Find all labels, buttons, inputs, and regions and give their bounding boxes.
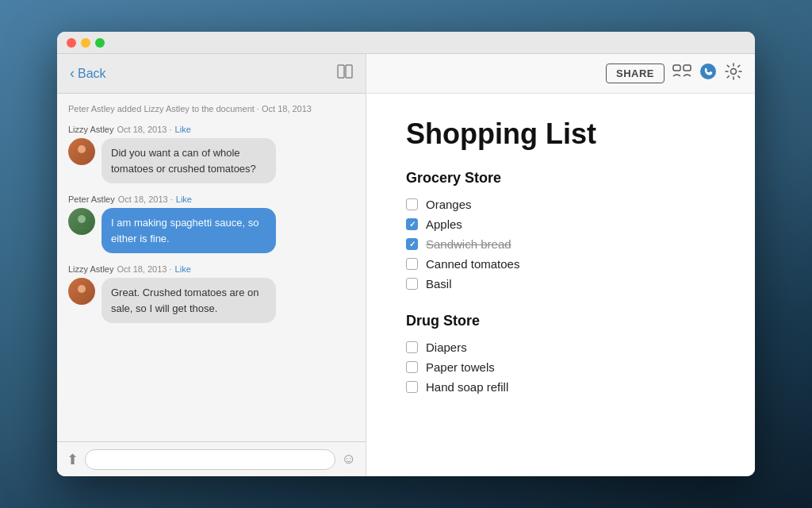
avatar bbox=[68, 138, 95, 165]
message-date: Oct 18, 2013 · bbox=[117, 125, 171, 134]
document-area: SHARE bbox=[366, 54, 755, 476]
message-bubble: Great. Crushed tomatoes are on sale, so … bbox=[102, 278, 276, 323]
item-text: Sandwich bread bbox=[426, 237, 511, 251]
item-text: Hand soap refill bbox=[426, 380, 508, 394]
emoji-icon[interactable]: ☺ bbox=[342, 451, 356, 468]
checkbox-hand-soap[interactable] bbox=[406, 381, 418, 393]
item-text: Paper towels bbox=[426, 360, 495, 374]
message-meta: Peter Astley Oct 18, 2013 · Like bbox=[68, 194, 354, 204]
section-title-drugstore: Drug Store bbox=[406, 313, 715, 329]
people-icon[interactable] bbox=[672, 64, 691, 83]
svg-rect-5 bbox=[673, 65, 680, 71]
system-message: Peter Astley added Lizzy Astley to the d… bbox=[68, 103, 354, 115]
message-date: Oct 18, 2013 · bbox=[117, 264, 171, 274]
avatar bbox=[68, 208, 95, 235]
svg-point-3 bbox=[78, 215, 86, 223]
message-group: Peter Astley Oct 18, 2013 · Like I am ma… bbox=[68, 194, 354, 253]
list-item: Canned tomatoes bbox=[406, 257, 715, 271]
sender-name: Lizzy Astley bbox=[68, 264, 113, 274]
item-text: Basil bbox=[426, 277, 452, 291]
message-row: Did you want a can of whole tomatoes or … bbox=[68, 138, 354, 183]
document-content: Shopping List Grocery Store Oranges Appl… bbox=[366, 94, 755, 476]
list-item: Sandwich bread bbox=[406, 237, 715, 251]
message-meta: Lizzy Astley Oct 18, 2013 · Like bbox=[68, 264, 354, 274]
list-item: Paper towels bbox=[406, 360, 715, 374]
compose-area: ⬆ ☺ bbox=[57, 441, 366, 476]
checkbox-canned-tomatoes[interactable] bbox=[406, 258, 418, 270]
message-bubble: I am making spaghetti sauce, so either i… bbox=[102, 208, 276, 253]
svg-point-8 bbox=[731, 69, 737, 75]
checkbox-oranges[interactable] bbox=[406, 198, 418, 210]
sidebar-layout-icon[interactable] bbox=[337, 64, 353, 83]
message-group: Lizzy Astley Oct 18, 2013 · Like Did you… bbox=[68, 125, 354, 183]
share-button[interactable]: SHARE bbox=[606, 64, 665, 83]
list-item: Apples bbox=[406, 217, 715, 231]
back-chevron-icon: ‹ bbox=[70, 65, 75, 82]
checkbox-paper-towels[interactable] bbox=[406, 361, 418, 373]
like-button[interactable]: Like bbox=[175, 264, 191, 274]
list-item: Hand soap refill bbox=[406, 380, 715, 394]
like-button[interactable]: Like bbox=[176, 194, 192, 204]
sender-name: Peter Astley bbox=[68, 194, 115, 204]
back-button[interactable]: ‹ Back bbox=[70, 65, 106, 82]
compose-input[interactable] bbox=[85, 449, 335, 470]
settings-icon[interactable] bbox=[725, 63, 742, 84]
grocery-checklist: Oranges Apples Sandwich bread Canned tom… bbox=[406, 198, 715, 291]
list-item: Basil bbox=[406, 277, 715, 291]
item-text: Oranges bbox=[426, 198, 472, 211]
upload-icon[interactable]: ⬆ bbox=[67, 451, 79, 468]
svg-rect-0 bbox=[338, 65, 344, 78]
drugstore-checklist: Diapers Paper towels Hand soap refill bbox=[406, 341, 715, 394]
list-item: Diapers bbox=[406, 341, 715, 354]
minimize-button[interactable] bbox=[81, 38, 90, 48]
svg-point-4 bbox=[78, 285, 86, 293]
document-title: Shopping List bbox=[406, 117, 715, 151]
traffic-lights bbox=[67, 38, 105, 48]
close-button[interactable] bbox=[67, 38, 76, 48]
message-group: Lizzy Astley Oct 18, 2013 · Like Great. … bbox=[68, 264, 354, 323]
item-text: Diapers bbox=[426, 341, 467, 354]
document-toolbar: SHARE bbox=[366, 54, 755, 94]
svg-point-7 bbox=[700, 64, 716, 79]
checkbox-sandwich-bread[interactable] bbox=[406, 238, 418, 250]
item-text: Canned tomatoes bbox=[426, 257, 519, 271]
svg-rect-6 bbox=[684, 65, 691, 71]
list-item: Oranges bbox=[406, 198, 715, 211]
checkbox-basil[interactable] bbox=[406, 278, 418, 290]
item-text: Apples bbox=[426, 217, 462, 231]
checkbox-diapers[interactable] bbox=[406, 341, 418, 353]
svg-rect-1 bbox=[346, 65, 352, 78]
like-button[interactable]: Like bbox=[175, 125, 191, 134]
main-content: ‹ Back Peter Astley added Lizzy Astley t… bbox=[57, 54, 755, 476]
avatar bbox=[68, 278, 95, 305]
title-bar bbox=[57, 32, 755, 54]
svg-point-2 bbox=[78, 145, 86, 153]
messages-area: Peter Astley added Lizzy Astley to the d… bbox=[57, 94, 366, 441]
maximize-button[interactable] bbox=[95, 38, 105, 48]
message-bubble: Did you want a can of whole tomatoes or … bbox=[102, 138, 276, 183]
section-title-grocery: Grocery Store bbox=[406, 170, 715, 187]
phone-icon[interactable] bbox=[699, 63, 717, 84]
message-date: Oct 18, 2013 · bbox=[118, 194, 173, 204]
sidebar: ‹ Back Peter Astley added Lizzy Astley t… bbox=[57, 54, 366, 476]
message-row: I am making spaghetti sauce, so either i… bbox=[68, 208, 354, 253]
back-label: Back bbox=[78, 67, 106, 81]
checkbox-apples[interactable] bbox=[406, 218, 418, 230]
app-window: ‹ Back Peter Astley added Lizzy Astley t… bbox=[57, 32, 755, 476]
message-meta: Lizzy Astley Oct 18, 2013 · Like bbox=[68, 125, 354, 134]
message-row: Great. Crushed tomatoes are on sale, so … bbox=[68, 278, 354, 323]
sidebar-header: ‹ Back bbox=[57, 54, 366, 94]
sender-name: Lizzy Astley bbox=[68, 125, 113, 134]
